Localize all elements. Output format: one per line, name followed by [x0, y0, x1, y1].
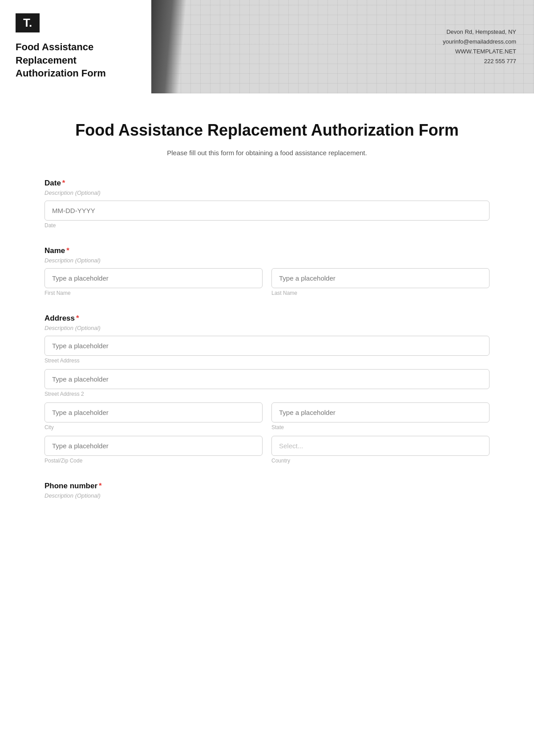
city-input[interactable]: [44, 402, 263, 422]
date-input[interactable]: [44, 201, 490, 221]
state-col: State: [271, 402, 490, 430]
logo-letter: T.: [23, 16, 32, 30]
date-description: Description (Optional): [44, 189, 490, 196]
date-sublabel: Date: [44, 222, 490, 229]
name-section: Name* Description (Optional) First Name …: [44, 246, 490, 296]
phone-label: Phone number*: [44, 482, 490, 491]
logo-box: T.: [16, 13, 40, 32]
name-row: First Name Last Name: [44, 268, 490, 296]
date-label: Date*: [44, 179, 490, 188]
header-title: Food Assistance Replacement Authorizatio…: [16, 40, 136, 80]
page-header: T. Food Assistance Replacement Authoriza…: [0, 0, 534, 93]
date-required-star: *: [62, 179, 65, 187]
street2-sublabel: Street Address 2: [44, 391, 490, 397]
phone-section: Phone number* Description (Optional): [44, 482, 490, 499]
form-subtitle: Please fill out this form for obtaining …: [44, 149, 490, 157]
street1-sublabel: Street Address: [44, 358, 490, 364]
zip-input[interactable]: [44, 436, 263, 456]
phone-description: Description (Optional): [44, 492, 490, 499]
name-label: Name*: [44, 246, 490, 255]
last-name-sublabel: Last Name: [271, 290, 490, 296]
form-main-title: Food Assistance Replacement Authorizatio…: [44, 120, 490, 140]
name-required-star: *: [66, 246, 69, 255]
header-address: Devon Rd, Hempstead, NY: [443, 27, 516, 37]
address-section: Address* Description (Optional) Street A…: [44, 314, 490, 464]
country-select[interactable]: Select... United States Canada United Ki…: [271, 436, 490, 456]
zip-col: Postal/Zip Code: [44, 436, 263, 464]
address-required-star: *: [76, 314, 79, 322]
country-sublabel: Country: [271, 458, 490, 464]
header-email: yourinfo@emailaddress.com: [443, 37, 516, 47]
last-name-col: Last Name: [271, 268, 490, 296]
city-sublabel: City: [44, 424, 263, 430]
city-state-row: City State: [44, 402, 490, 430]
name-description: Description (Optional): [44, 257, 490, 264]
main-content: Food Assistance Replacement Authorizatio…: [0, 93, 534, 552]
date-section: Date* Description (Optional) Date: [44, 179, 490, 229]
address-label: Address*: [44, 314, 490, 323]
header-left: T. Food Assistance Replacement Authoriza…: [0, 0, 151, 93]
address-description: Description (Optional): [44, 325, 490, 331]
header-phone: 222 555 777: [443, 56, 516, 66]
first-name-sublabel: First Name: [44, 290, 263, 296]
first-name-col: First Name: [44, 268, 263, 296]
city-col: City: [44, 402, 263, 430]
state-input[interactable]: [271, 402, 490, 422]
header-image: Devon Rd, Hempstead, NY yourinfo@emailad…: [151, 0, 534, 93]
street2-input[interactable]: [44, 369, 490, 389]
header-contact-info: Devon Rd, Hempstead, NY yourinfo@emailad…: [443, 27, 516, 66]
first-name-input[interactable]: [44, 268, 263, 288]
state-sublabel: State: [271, 424, 490, 430]
street1-input[interactable]: [44, 336, 490, 356]
last-name-input[interactable]: [271, 268, 490, 288]
phone-required-star: *: [99, 482, 102, 490]
country-col: Select... United States Canada United Ki…: [271, 436, 490, 464]
zip-country-row: Postal/Zip Code Select... United States …: [44, 436, 490, 464]
header-website: WWW.TEMPLATE.NET: [443, 47, 516, 56]
zip-sublabel: Postal/Zip Code: [44, 458, 263, 464]
